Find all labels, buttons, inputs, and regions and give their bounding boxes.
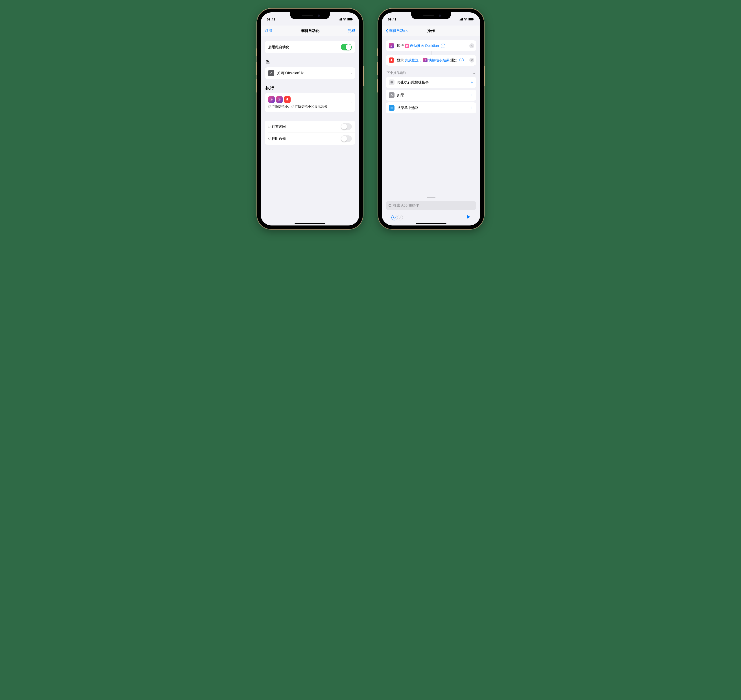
action-run-shortcut[interactable]: 运行 自动推送 Obsidian › ✕ — [386, 40, 476, 51]
when-trigger-text: 关闭"Obsidian"时 — [277, 71, 351, 75]
ask-before-label: 运行前询问 — [268, 124, 341, 129]
svg-rect-8 — [460, 19, 460, 21]
svg-rect-15 — [391, 81, 393, 84]
magic-var-icon — [423, 58, 428, 62]
redo-button[interactable] — [397, 215, 403, 221]
svg-rect-17 — [391, 108, 393, 108]
svg-rect-1 — [339, 19, 340, 21]
phone-left: 09:41 取消 编辑自动化 完成 — [257, 9, 363, 229]
suggestion-menu[interactable]: 从菜单中选取 + — [386, 102, 476, 113]
add-icon[interactable]: + — [470, 105, 473, 111]
ask-before-row: 运行前询问 — [265, 121, 355, 132]
shortcut-target-icon — [404, 44, 409, 48]
add-icon[interactable]: + — [470, 92, 473, 98]
suggestion-if[interactable]: 如果 + — [386, 90, 476, 101]
app-open-icon — [268, 70, 274, 76]
do-actions-row[interactable]: 运行快捷指令、运行快捷指令和显示通知 › — [265, 93, 355, 112]
notch — [290, 12, 330, 19]
svg-rect-13 — [473, 19, 474, 20]
bottom-toolbar — [386, 212, 476, 221]
search-placeholder: 搜索 App 和操作 — [393, 203, 419, 208]
nav-bar: 取消 编辑自动化 完成 — [261, 25, 359, 36]
svg-rect-6 — [353, 19, 353, 20]
suggestion-stop[interactable]: 停止执行此快捷指令 + — [386, 77, 476, 88]
ask-before-toggle[interactable] — [341, 123, 352, 130]
suggestion-label: 从菜单中选取 — [397, 106, 470, 110]
action-verb: 运行 — [397, 43, 404, 49]
result-variable[interactable]: 快捷指令结果 — [428, 57, 450, 63]
suggestion-label: 停止执行此快捷指令 — [397, 80, 470, 85]
do-header: 执行 — [266, 85, 354, 91]
battery-icon — [347, 18, 353, 21]
delete-action-button[interactable]: ✕ — [469, 43, 474, 48]
notify-row: 运行时通知 — [265, 133, 355, 145]
drawer-handle[interactable] — [426, 197, 435, 198]
nav-title: 编辑自动化 — [301, 28, 319, 33]
nav-title: 操作 — [427, 28, 435, 33]
notification-icon — [389, 57, 394, 63]
undo-button[interactable] — [391, 215, 397, 221]
expand-icon[interactable]: › — [441, 44, 445, 48]
search-icon — [388, 204, 392, 207]
shortcuts-icon — [268, 96, 275, 103]
chevron-left-icon — [386, 29, 388, 33]
nav-bar: 编辑自动化 操作 — [382, 25, 480, 36]
signal-icon — [459, 18, 463, 21]
enable-automation-row: 启用此自动化 — [265, 41, 355, 53]
shortcut-name-param[interactable]: 自动推送 Obsidian — [410, 43, 439, 49]
action-show-notification[interactable]: 显示 完成推送： 快捷指令结果 通知 › ✕ — [386, 55, 476, 66]
action-suffix: 通知 — [450, 57, 457, 63]
svg-rect-5 — [348, 18, 352, 20]
cancel-button[interactable]: 取消 — [265, 28, 272, 33]
delete-action-button[interactable]: ✕ — [469, 58, 474, 63]
suggestions-header[interactable]: 下个操作建议 ⌄ — [386, 69, 476, 77]
home-indicator — [294, 223, 325, 224]
stop-icon — [389, 79, 394, 85]
svg-line-20 — [391, 206, 391, 207]
svg-rect-0 — [338, 20, 338, 21]
when-header: 当 — [266, 59, 354, 65]
notify-label: 运行时通知 — [268, 137, 341, 141]
suggestion-label: 如果 — [397, 93, 470, 97]
svg-rect-16 — [391, 107, 393, 107]
status-time: 09:41 — [267, 18, 275, 21]
expand-icon[interactable]: › — [459, 58, 464, 62]
chevron-right-icon: › — [351, 71, 352, 75]
svg-rect-18 — [391, 109, 393, 109]
enable-label: 启用此自动化 — [268, 45, 341, 50]
add-icon[interactable]: + — [470, 79, 473, 85]
chevron-right-icon: › — [351, 101, 352, 104]
notify-toggle[interactable] — [341, 135, 352, 142]
do-description: 运行快捷指令、运行快捷指令和显示通知 — [268, 104, 351, 109]
phone-right: 09:41 编辑自动化 操作 — [378, 9, 484, 229]
svg-rect-9 — [461, 19, 462, 21]
action-verb: 显示 — [397, 57, 404, 63]
chevron-down-icon: ⌄ — [473, 71, 475, 75]
back-button[interactable]: 编辑自动化 — [386, 28, 407, 33]
menu-icon — [389, 105, 394, 111]
notch — [411, 12, 451, 19]
status-time: 09:41 — [388, 18, 396, 21]
enable-toggle[interactable] — [341, 44, 352, 50]
run-button[interactable] — [467, 215, 470, 221]
notification-text-param[interactable]: 完成推送： — [404, 57, 422, 63]
shortcuts-icon — [389, 43, 394, 49]
svg-rect-14 — [406, 45, 408, 47]
svg-rect-7 — [459, 20, 459, 21]
wifi-icon — [464, 18, 468, 21]
search-input[interactable]: 搜索 App 和操作 — [386, 201, 476, 210]
wifi-icon — [343, 18, 346, 21]
svg-rect-10 — [462, 18, 463, 21]
notification-icon — [284, 96, 291, 103]
signal-icon — [338, 18, 342, 21]
shortcuts-icon — [276, 96, 283, 103]
battery-icon — [469, 18, 474, 21]
svg-rect-2 — [340, 19, 341, 21]
svg-rect-12 — [469, 18, 473, 20]
svg-rect-3 — [341, 18, 342, 21]
done-button[interactable]: 完成 — [348, 28, 355, 33]
home-indicator — [416, 223, 447, 224]
branch-icon — [389, 92, 394, 98]
when-trigger-row[interactable]: 关闭"Obsidian"时 › — [265, 68, 355, 79]
